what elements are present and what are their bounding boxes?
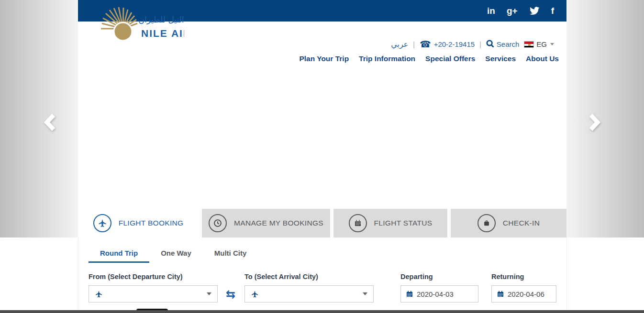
trip-type-multi-city[interactable]: Multi City <box>203 248 258 263</box>
tab-check-in[interactable]: CHECK-IN <box>451 209 566 237</box>
main-navigation: Plan Your Trip Trip Information Special … <box>299 54 559 63</box>
twitter-icon[interactable] <box>529 7 540 15</box>
carousel-next-button[interactable] <box>588 113 601 133</box>
divider: | <box>413 41 415 48</box>
content-column: in g+ f <box>78 0 566 313</box>
booking-tabs: FLIGHT BOOKING MANAGE MY BOOKINGS FLIGHT… <box>78 209 566 237</box>
plane-icon <box>251 290 259 298</box>
bottom-edge-bar <box>0 310 644 313</box>
tab-label: CHECK-IN <box>503 219 540 227</box>
departing-date-input[interactable]: 2020-04-03 <box>400 285 478 302</box>
returning-label: Returning <box>491 273 524 281</box>
chevron-right-icon <box>588 125 601 133</box>
tab-label: FLIGHT BOOKING <box>119 219 184 227</box>
search-button[interactable]: Search <box>486 40 520 49</box>
plane-icon <box>93 214 111 232</box>
svg-text:النيل للطيران: النيل للطيران <box>139 15 184 24</box>
tab-label: MANAGE MY BOOKINGS <box>234 219 323 227</box>
facebook-icon[interactable]: f <box>551 6 554 15</box>
column-divider <box>78 237 78 313</box>
returning-date-value: 2020-04-06 <box>508 290 544 298</box>
chevron-down-icon <box>550 43 554 45</box>
calendar-icon <box>349 214 367 232</box>
trip-type-round-trip[interactable]: Round Trip <box>89 248 149 263</box>
search-icon <box>486 40 494 49</box>
utility-bar: عربي | ☎ +20-2-19415 | Search EG <box>391 39 554 50</box>
plane-icon <box>95 290 103 298</box>
left-gutter <box>0 0 78 237</box>
trip-type-one-way[interactable]: One Way <box>149 248 203 263</box>
phone-number: +20-2-19415 <box>434 40 475 48</box>
divider: | <box>479 41 481 48</box>
swap-arrows-icon: ⇆ <box>226 288 235 301</box>
chevron-down-icon <box>363 292 367 295</box>
googleplus-icon[interactable]: g+ <box>507 6 518 15</box>
nav-trip-information[interactable]: Trip Information <box>359 54 415 63</box>
country-selector[interactable]: EG <box>524 40 554 48</box>
from-label: From (Select Departure City) <box>89 273 183 281</box>
right-gutter <box>566 0 644 237</box>
egypt-flag-icon <box>524 41 534 48</box>
phone-contact[interactable]: ☎ +20-2-19415 <box>420 39 475 50</box>
linkedin-icon[interactable]: in <box>487 6 495 15</box>
nile-air-logo[interactable]: النيل للطيران NILE AIR <box>98 7 184 49</box>
returning-date-input[interactable]: 2020-04-06 <box>491 285 556 302</box>
chevron-down-icon <box>207 292 211 295</box>
tab-flight-status[interactable]: FLIGHT STATUS <box>333 209 447 237</box>
calendar-icon <box>497 290 504 298</box>
tab-flight-booking[interactable]: FLIGHT BOOKING <box>78 209 199 237</box>
carousel-prev-button[interactable] <box>43 113 56 133</box>
briefcase-icon <box>477 214 496 232</box>
to-label: To (Select Arrival City) <box>244 273 318 281</box>
clock-icon <box>209 214 227 232</box>
nav-services[interactable]: Services <box>485 54 516 63</box>
column-divider <box>566 237 567 313</box>
tab-manage-my-bookings[interactable]: MANAGE MY BOOKINGS <box>202 209 330 237</box>
nav-special-offers[interactable]: Special Offers <box>425 54 475 63</box>
swap-cities-button[interactable]: ⇆ <box>226 288 235 301</box>
chevron-left-icon <box>43 125 56 133</box>
svg-text:NILE AIR: NILE AIR <box>141 28 184 39</box>
arrival-city-select[interactable] <box>244 285 374 302</box>
departure-city-select[interactable] <box>89 285 218 302</box>
calendar-icon <box>406 290 413 298</box>
departing-date-value: 2020-04-03 <box>417 290 454 298</box>
phone-icon: ☎ <box>420 39 431 50</box>
nav-plan-your-trip[interactable]: Plan Your Trip <box>299 54 349 63</box>
departing-label: Departing <box>400 273 433 281</box>
nile-air-homepage: in g+ f <box>0 0 644 313</box>
trip-type-tabs: Round Trip One Way Multi City <box>89 248 258 263</box>
tab-label: FLIGHT STATUS <box>374 219 433 227</box>
country-code: EG <box>536 40 547 48</box>
language-switch-arabic[interactable]: عربي <box>391 40 408 49</box>
search-label: Search <box>497 40 520 48</box>
nav-about-us[interactable]: About Us <box>526 54 559 63</box>
